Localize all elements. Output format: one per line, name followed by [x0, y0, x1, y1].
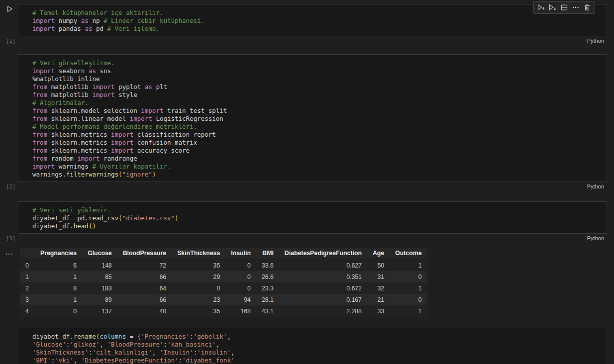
table-cell: 8: [35, 282, 82, 294]
code-cell-4: diyabet_df.rename(columns = {'Pregnancie…: [0, 328, 607, 364]
cell-toolbar: [533, 1, 595, 14]
table-row: 318966239428.10.167210: [20, 294, 427, 305]
execution-count: [1]: [6, 38, 16, 44]
table-cell: 28.1: [256, 294, 279, 305]
code-line: warnings.filterwarnings("ignore"): [32, 171, 602, 179]
cell-status-bar: [3] Python: [0, 234, 607, 243]
run-icon: [6, 5, 13, 14]
code-line: import numpy as np # Lineer cebir kütüph…: [32, 17, 602, 25]
code-line: from sklearn.metrics import confusion_ma…: [32, 139, 602, 147]
table-cell: 40: [117, 305, 172, 317]
column-header: SkinThickness: [172, 248, 225, 259]
table-cell: 1: [390, 305, 427, 317]
cell-status-bar: [1] Python: [0, 36, 607, 45]
code-cell-3: # Veri seti yüklenir.diyabet_df= pd.read…: [0, 201, 607, 243]
code-content: diyabet_df.rename(columns = {'Pregnancie…: [32, 333, 602, 364]
code-content: # Temel kütüphaneler içe aktarılır.impor…: [32, 9, 602, 33]
code-line: from sklearn.metrics import accuracy_sco…: [32, 147, 602, 155]
table-cell: 6: [35, 259, 82, 271]
row-index: 4: [20, 305, 35, 317]
table-cell: 33.6: [256, 259, 279, 271]
code-line: from matplotlib import pyplot as plt: [32, 83, 602, 91]
language-label[interactable]: Python: [587, 38, 604, 44]
table-cell: 1: [390, 282, 427, 294]
code-line: # Algoritmalar.: [32, 99, 602, 107]
table-cell: 0: [225, 271, 256, 282]
language-label[interactable]: Python: [587, 235, 604, 241]
code-line: diyabet_df.rename(columns = {'Pregnancie…: [32, 333, 602, 341]
column-header: BMI: [256, 248, 279, 259]
row-index: 3: [20, 294, 35, 305]
table-row: 40137403516843.12.288331: [20, 305, 427, 317]
table-cell: 31: [367, 271, 390, 282]
table-cell: 26.6: [256, 271, 279, 282]
code-line: # Model performans değerlendirme metrikl…: [32, 123, 602, 131]
cell-status-bar: [2] Python: [0, 182, 607, 191]
table-row: 11856629026.60.351310: [20, 271, 427, 282]
table-cell: 23.3: [256, 282, 279, 294]
code-editor[interactable]: # Veri görselleştirme.import seaborn as …: [18, 54, 607, 182]
table-row: 061487235033.60.627501: [20, 259, 427, 271]
table-cell: 89: [82, 294, 117, 305]
column-header: Age: [367, 248, 390, 259]
output-more-actions-button[interactable]: [5, 250, 14, 256]
column-header: Pregnancies: [35, 248, 82, 259]
table-cell: 85: [82, 271, 117, 282]
code-cell-1: # Temel kütüphaneler içe aktarılır.impor…: [0, 4, 607, 45]
column-header: Outcome: [390, 248, 427, 259]
dataframe-table: PregnanciesGlucoseBloodPressureSkinThick…: [20, 248, 427, 317]
table-cell: 35: [172, 305, 225, 317]
code-editor[interactable]: # Veri seti yüklenir.diyabet_df= pd.read…: [18, 201, 607, 234]
table-cell: 1: [390, 259, 427, 271]
table-cell: 2.288: [279, 305, 367, 317]
code-line: 'Glucose':'glikoz', 'BloodPressure':'kan…: [32, 341, 602, 349]
table-cell: 0: [390, 294, 427, 305]
table-cell: 0.627: [279, 259, 367, 271]
table-cell: 0.672: [279, 282, 367, 294]
execution-count: [3]: [6, 236, 16, 241]
column-header: BloodPressure: [117, 248, 172, 259]
execute-below-icon: [549, 3, 557, 11]
cell-output: PregnanciesGlucoseBloodPressureSkinThick…: [0, 248, 607, 317]
split-cell-button[interactable]: [560, 3, 568, 11]
table-cell: 35: [172, 259, 225, 271]
table-cell: 0: [35, 305, 82, 317]
table-cell: 0.167: [279, 294, 367, 305]
table-cell: 0: [172, 282, 225, 294]
code-editor[interactable]: diyabet_df.rename(columns = {'Pregnancie…: [18, 328, 607, 364]
table-cell: 33: [367, 305, 390, 317]
code-line: from random import randrange: [32, 155, 602, 163]
code-content: # Veri seti yüklenir.diyabet_df= pd.read…: [32, 206, 602, 230]
table-cell: 64: [117, 282, 172, 294]
code-line: from sklearn.metrics import classificati…: [32, 131, 602, 139]
execute-below-button[interactable]: [549, 3, 557, 11]
execute-above-button[interactable]: [537, 3, 545, 11]
run-cell-button[interactable]: [6, 6, 14, 14]
more-actions-icon: [572, 3, 580, 11]
code-line: # Veri seti yüklenir.: [32, 206, 602, 214]
code-line: diyabet_df.head(): [32, 222, 602, 230]
code-line: from sklearn.model_selection import trai…: [32, 107, 602, 115]
table-cell: 94: [225, 294, 256, 305]
table-cell: 183: [82, 282, 117, 294]
table-cell: 137: [82, 305, 117, 317]
code-line: 'SkinThickness':'cilt_kalinligi', 'Insul…: [32, 349, 602, 357]
execute-above-icon: [537, 3, 545, 11]
table-row: 28183640023.30.672321: [20, 282, 427, 294]
table-cell: 21: [367, 294, 390, 305]
delete-cell-button[interactable]: [583, 3, 591, 11]
execution-count: [2]: [6, 184, 16, 189]
table-cell: 32: [367, 282, 390, 294]
code-editor[interactable]: # Temel kütüphaneler içe aktarılır.impor…: [18, 4, 607, 36]
more-actions-button[interactable]: [572, 3, 580, 11]
row-index: 0: [20, 259, 35, 271]
code-line: diyabet_df= pd.read_csv("diabetes.csv"): [32, 214, 602, 222]
language-label[interactable]: Python: [587, 183, 604, 189]
table-cell: 66: [117, 294, 172, 305]
code-line: # Temel kütüphaneler içe aktarılır.: [32, 9, 602, 17]
code-line: # Veri görselleştirme.: [32, 59, 602, 67]
table-cell: 0: [225, 282, 256, 294]
table-cell: 23: [172, 294, 225, 305]
code-line: 'BMI':'vki', 'DiabetesPedigreeFunction':…: [32, 357, 602, 364]
code-cell-2: # Veri görselleştirme.import seaborn as …: [0, 54, 607, 191]
